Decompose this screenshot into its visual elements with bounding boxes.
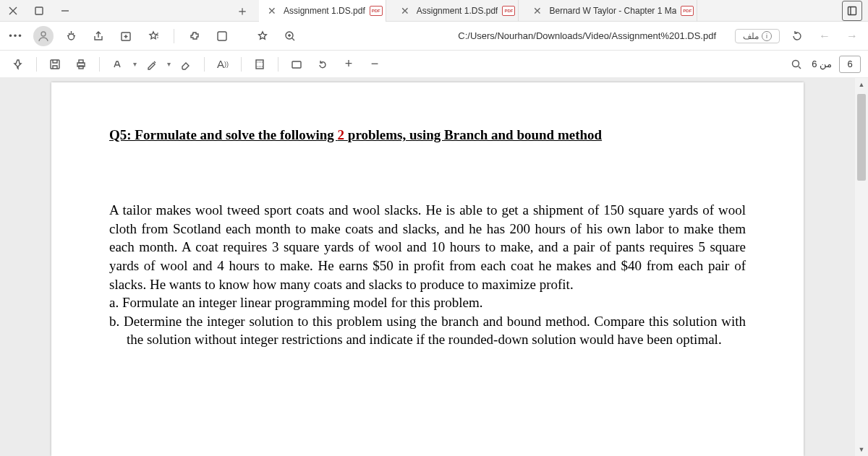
svg-rect-12: [292, 61, 301, 68]
svg-rect-11: [256, 60, 263, 69]
pdf-icon: PDF: [370, 6, 383, 16]
separator: [241, 57, 242, 72]
svg-rect-10: [79, 66, 83, 69]
svg-point-3: [68, 34, 74, 40]
svg-point-13: [793, 60, 799, 66]
close-tab-icon[interactable]: ✕: [265, 5, 279, 17]
separator: [278, 57, 278, 72]
extensions-icon[interactable]: [184, 26, 205, 46]
separator: [174, 29, 174, 43]
back-button[interactable]: ←: [814, 26, 835, 46]
read-aloud-icon[interactable]: A)): [212, 53, 234, 75]
tab-title: Assignment 1.DS.pdf: [284, 6, 365, 16]
vertical-scrollbar[interactable]: ▲ ▼: [855, 78, 868, 456]
zoom-in-icon[interactable]: +: [338, 53, 359, 75]
svg-rect-9: [79, 60, 83, 63]
new-tab-button[interactable]: ＋: [231, 0, 253, 22]
print-icon[interactable]: [70, 53, 92, 75]
svg-rect-0: [35, 7, 43, 14]
pdf-toolbar: ▾ ▾ A)) + − من 6 6: [0, 51, 868, 78]
share-icon[interactable]: [88, 26, 109, 46]
scroll-track[interactable]: [855, 91, 868, 443]
scroll-up-icon[interactable]: ▲: [855, 78, 868, 91]
pdf-icon: PDF: [502, 6, 515, 16]
erase-icon[interactable]: [175, 53, 197, 75]
question-item-a: a. Formulate an integer linear programmi…: [109, 293, 746, 312]
zoom-out-icon[interactable]: −: [364, 53, 386, 75]
minimize-icon[interactable]: [55, 1, 75, 21]
tab-1[interactable]: ✕ Assignment 1.DS.pdf PDF: [259, 0, 386, 22]
address-bar[interactable]: C:/Users/Nourhan/Downloads/Video/Assignm…: [307, 30, 720, 41]
chevron-down-icon[interactable]: ▾: [133, 60, 137, 68]
performance-icon[interactable]: [61, 26, 81, 46]
question-heading: Q5: Formulate and solve the following 2 …: [109, 127, 746, 143]
separator: [36, 57, 37, 72]
scroll-thumb[interactable]: [857, 94, 866, 181]
address-bar-row: ••• C:/Users/Nourhan/Downloads/Video/Ass…: [0, 22, 868, 51]
tab-strip: ＋ ✕ Assignment 1.DS.pdf PDF ✕ Assignment…: [0, 0, 868, 22]
scroll-down-icon[interactable]: ▼: [855, 443, 868, 456]
page-total: من 6: [812, 59, 832, 69]
tab-title: Bernard W Taylor - Chapter 1 Ma: [549, 6, 676, 16]
pdf-page: Q5: Formulate and solve the following 2 …: [51, 82, 804, 456]
page-current-input[interactable]: 6: [839, 56, 861, 73]
tab-actions-icon[interactable]: [29, 1, 49, 21]
question-paragraph: A tailor makes wool tweed sport coats an…: [109, 201, 746, 293]
page-view-icon[interactable]: [249, 53, 271, 75]
app-icon[interactable]: [212, 26, 232, 46]
close-tab-icon[interactable]: ✕: [398, 5, 412, 17]
pdf-icon: PDF: [681, 6, 694, 16]
more-icon[interactable]: •••: [6, 26, 26, 46]
file-chip[interactable]: ملف i: [735, 29, 780, 43]
reload-icon[interactable]: [787, 26, 807, 46]
svg-rect-1: [848, 7, 856, 14]
vertical-tabs-button[interactable]: [842, 1, 862, 21]
fit-page-icon[interactable]: [286, 53, 307, 75]
info-icon: i: [762, 31, 772, 41]
page-indicator: من 6 6: [812, 56, 861, 73]
draw-icon[interactable]: [141, 53, 163, 75]
chevron-down-icon[interactable]: ▾: [167, 60, 171, 68]
tab-2[interactable]: ✕ Assignment 1.DS.pdf PDF: [392, 0, 519, 22]
tab-3[interactable]: ✕ Bernard W Taylor - Chapter 1 Ma PDF: [524, 0, 697, 22]
close-icon[interactable]: [3, 1, 23, 21]
zoom-icon[interactable]: [280, 26, 300, 46]
file-label: ملف: [743, 31, 759, 41]
document-viewport: Q5: Formulate and solve the following 2 …: [0, 78, 855, 456]
svg-point-2: [41, 32, 46, 36]
pin-icon[interactable]: [7, 53, 29, 75]
save-icon[interactable]: [44, 53, 66, 75]
svg-rect-7: [51, 60, 59, 69]
highlight-icon[interactable]: [107, 53, 129, 75]
profile-icon[interactable]: [33, 26, 54, 46]
find-icon[interactable]: [786, 53, 807, 75]
question-item-b: b. Determine the integer solution to thi…: [109, 312, 746, 349]
url-text: C:/Users/Nourhan/Downloads/Video/Assignm…: [458, 30, 716, 41]
separator: [204, 57, 205, 72]
close-tab-icon[interactable]: ✕: [530, 5, 545, 17]
favorite-star-icon[interactable]: [252, 26, 273, 46]
forward-button[interactable]: →: [842, 26, 862, 46]
rotate-icon[interactable]: [312, 53, 333, 75]
svg-rect-5: [218, 32, 226, 40]
separator: [99, 57, 100, 72]
tab-title: Assignment 1.DS.pdf: [417, 6, 498, 16]
collections-icon[interactable]: [116, 26, 136, 46]
favorites-list-icon[interactable]: [143, 26, 163, 46]
